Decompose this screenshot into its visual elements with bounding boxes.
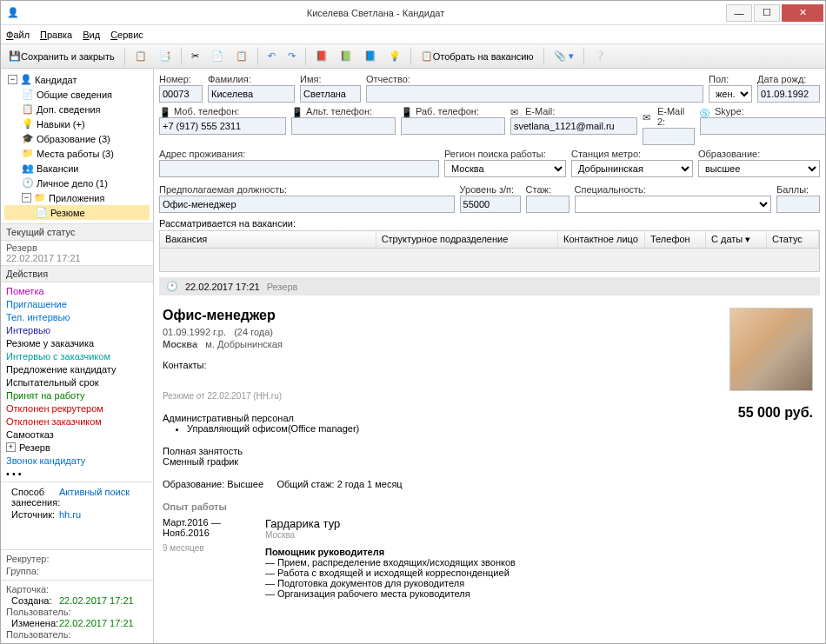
edu-select[interactable]: высшее [698, 160, 820, 177]
phone-icon: 📱 [291, 107, 303, 116]
maximize-button[interactable]: ☐ [754, 4, 780, 22]
action-13[interactable]: Звонок кандидату [6, 454, 148, 467]
tree-vacancies[interactable]: 👥Вакансии [4, 161, 150, 176]
tool-icon-2[interactable]: 📑 [155, 47, 176, 66]
action-6[interactable]: Предложение кандидату [6, 362, 148, 375]
action-8[interactable]: Принят на работу [6, 388, 148, 402]
alt-phone-input[interactable] [291, 117, 396, 135]
tree-personal[interactable]: 🕐Личное дело (1) [4, 176, 150, 190]
menu-view[interactable]: Вид [83, 30, 100, 40]
col-phone[interactable]: Телефон [645, 231, 706, 248]
number-input[interactable] [159, 85, 203, 103]
lastname-input[interactable] [208, 85, 295, 103]
tool-icon-1[interactable]: 📋 [130, 47, 151, 66]
mobile-input[interactable] [159, 117, 286, 135]
menubar: Файл Правка Вид Сервис [1, 25, 825, 44]
tool-icon-a[interactable]: 📕 [311, 47, 332, 66]
workphone-icon: 📱 [401, 107, 413, 116]
tree-workplaces[interactable]: 📁Места работы (3) [4, 146, 150, 161]
action-7[interactable]: Испытательный срок [6, 375, 148, 388]
paste-icon[interactable]: 📋 [231, 47, 252, 66]
user2-label: Пользователь: [6, 629, 148, 640]
source-label: Источник: [11, 509, 59, 520]
sidebar: −👤Кандидат 📄Общие сведения 📋Доп. сведени… [1, 69, 154, 643]
method-value[interactable]: Активный поиск [59, 487, 130, 508]
redo-icon[interactable]: ↷ [283, 47, 300, 66]
action-5[interactable]: Интервью с заказчиком [6, 349, 148, 362]
help-icon[interactable]: ❔ [590, 47, 610, 66]
tree-education[interactable]: 🎓Образование (3) [4, 131, 150, 146]
statusbar-date: 22.02.2017 17:21 [185, 282, 260, 292]
sex-select[interactable]: жен. [709, 85, 752, 103]
speciality-select[interactable] [575, 196, 771, 213]
menu-edit[interactable]: Правка [40, 30, 72, 40]
salary-input[interactable] [460, 196, 521, 213]
action-0[interactable]: Пометка [6, 284, 148, 297]
grid-body [160, 249, 819, 271]
tool-icon-b[interactable]: 📗 [336, 47, 356, 66]
tool-icon-c[interactable]: 📘 [360, 47, 381, 66]
action-10[interactable]: Отклонен заказчиком [6, 415, 148, 428]
email-input[interactable] [510, 117, 637, 135]
vacancies-grid: Вакансия Структурное подразделение Конта… [159, 230, 820, 272]
position-input[interactable] [159, 196, 455, 213]
email2-icon: ✉ [643, 112, 655, 122]
metro-select[interactable]: Добрынинская [571, 160, 693, 177]
save-close-button[interactable]: 💾 Сохранить и закрыть [4, 47, 119, 66]
menu-file[interactable]: Файл [6, 30, 30, 40]
select-vacancy-button[interactable]: 📋 Отобрать на вакансию [416, 47, 538, 66]
col-vacancy[interactable]: Вакансия [160, 231, 376, 248]
tree-additional[interactable]: 📋Доп. сведения [4, 102, 150, 116]
action-11[interactable]: Самоотказ [6, 428, 148, 441]
tree-resume[interactable]: 📄Резюме [4, 205, 150, 220]
work-phone-input[interactable] [401, 117, 505, 135]
action-12[interactable]: +Резерв [6, 441, 148, 454]
status-date: 22.02.2017 17:21 [6, 253, 148, 263]
col-contact[interactable]: Контактное лицо [558, 231, 645, 248]
firstname-input[interactable] [300, 85, 361, 103]
tree-general[interactable]: 📄Общие сведения [4, 87, 150, 102]
close-button[interactable]: ✕ [782, 4, 823, 22]
dob-input[interactable] [757, 85, 820, 103]
action-3[interactable]: Интервью [6, 323, 148, 336]
minimize-button[interactable]: — [726, 4, 752, 22]
content: Номер: Фамилия: Имя: Отчество: Пол:жен. … [154, 69, 825, 643]
middlename-input[interactable] [366, 85, 703, 103]
window-title: Киселева Светлана - Кандидат [25, 8, 726, 18]
action-2[interactable]: Тел. интервью [6, 310, 148, 323]
undo-icon[interactable]: ↶ [263, 47, 280, 66]
method-label: Способ занесения: [11, 487, 59, 508]
col-status[interactable]: Статус [767, 231, 819, 248]
source-value[interactable]: hh.ru [59, 509, 81, 520]
action-4[interactable]: Резюме у заказчика [6, 336, 148, 349]
region-select[interactable]: Москва [444, 160, 566, 177]
action-9[interactable]: Отклонен рекрутером [6, 402, 148, 415]
email2-input[interactable] [643, 128, 695, 145]
tree-attachments[interactable]: −📁Приложения [4, 190, 150, 205]
attach-icon[interactable]: 📎 ▾ [550, 47, 578, 66]
skype-input[interactable] [700, 117, 825, 135]
resume-salary: 55 000 руб. [738, 405, 813, 421]
copy-icon[interactable]: 📄 [207, 47, 228, 66]
action-14[interactable]: • • • [6, 467, 148, 480]
status-value: Резерв [6, 242, 148, 253]
changed-value: 22.02.2017 17:21 [59, 618, 134, 628]
user1-label: Пользователь: [6, 607, 148, 617]
app-icon: 👤 [1, 7, 25, 18]
menu-service[interactable]: Сервис [110, 30, 143, 40]
recruiter-label: Рекрутер: [6, 554, 148, 564]
candidate-photo [729, 308, 813, 391]
hint-icon[interactable]: 💡 [384, 47, 405, 66]
experience-input[interactable] [526, 196, 570, 213]
col-dept[interactable]: Структурное подразделение [376, 231, 558, 248]
cut-icon[interactable]: ✂ [187, 47, 203, 66]
tree-root[interactable]: −👤Кандидат [4, 72, 150, 87]
address-input[interactable] [159, 160, 439, 177]
points-input[interactable] [776, 196, 820, 213]
email-icon: ✉ [510, 107, 523, 116]
tree-skills[interactable]: 💡Навыки (+) [4, 116, 150, 131]
exp-header: Опыт работы [163, 501, 813, 512]
col-date[interactable]: С даты ▾ [706, 231, 767, 248]
toolbar: 💾 Сохранить и закрыть 📋 📑 ✂ 📄 📋 ↶ ↷ 📕 📗 … [1, 44, 825, 69]
action-1[interactable]: Приглашение [6, 297, 148, 310]
